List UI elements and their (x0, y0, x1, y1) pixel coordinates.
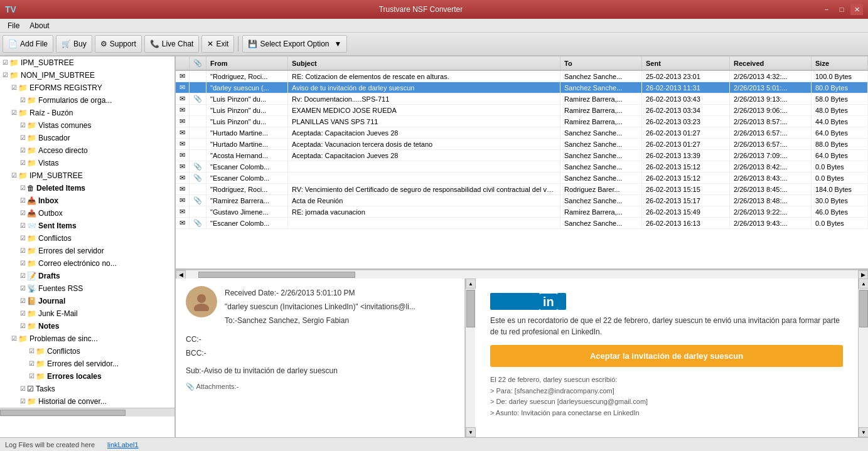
vscroll-right-down-btn[interactable]: ▼ (859, 427, 868, 437)
hscroll-thumb[interactable] (198, 272, 355, 278)
tree-item-non-ipm[interactable]: ☑📁NON_IPM_SUBTREE (0, 69, 174, 82)
col-header-from[interactable]: From (206, 56, 288, 70)
tree-checkbox-errores-servidor2[interactable]: ☑ (29, 358, 35, 369)
tree-item-correo-no[interactable]: ☑📁Correo electrónico no... (0, 257, 174, 270)
col-header-to[interactable]: To (560, 56, 642, 70)
email-row-10[interactable]: ✉"Rodriguez, Roci...RV: Vencimiento del … (176, 184, 868, 195)
tree-item-ipm-subtree[interactable]: ☑📁IPM_SUBTREE (0, 56, 174, 69)
tree-checkbox-ipm-subtree2[interactable]: ☑ (11, 170, 17, 181)
tree-checkbox-errores-locales[interactable]: ☑ (29, 371, 35, 382)
tree-checkbox-eforms[interactable]: ☑ (11, 82, 17, 93)
tree-item-outbox[interactable]: ☑📤Outbox (0, 207, 174, 220)
email-row-9[interactable]: ✉📎"Escaner Colomb...Sanchez Sanche...26-… (176, 172, 868, 184)
tree-item-fuentes-rss[interactable]: ☑📡Fuentes RSS (0, 282, 174, 295)
email-row-13[interactable]: ✉📎"Escaner Colomb...Sanchez Sanche...26-… (176, 218, 868, 229)
tree-item-acceso-directo[interactable]: ☑📁Acceso directo (0, 144, 174, 157)
folder-tree-panel[interactable]: ☑📁IPM_SUBTREE☑📁NON_IPM_SUBTREE☑📁EFORMS R… (0, 56, 176, 437)
tree-checkbox-tasks[interactable]: ☑ (20, 383, 26, 395)
email-row-3[interactable]: ✉"Luis Pinzon" du...EXAMEN MEDICO JOSE R… (176, 105, 868, 116)
email-list[interactable]: 📎 From Subject To Sent Received Size ✉"R… (176, 56, 868, 270)
tree-checkbox-historial[interactable]: ☑ (20, 396, 26, 407)
tree-item-conflictos2[interactable]: ☑📁Conflictos (0, 345, 174, 358)
tree-checkbox-journal[interactable]: ☑ (20, 295, 26, 307)
tree-checkbox-ipm-subtree[interactable]: ☑ (3, 57, 8, 68)
log-link[interactable]: linkLabel1 (107, 441, 139, 448)
select-export-button[interactable]: 💾 Select Export Option ▼ (242, 35, 347, 53)
tree-item-journal[interactable]: ☑📔Journal (0, 295, 174, 307)
email-row-5[interactable]: ✉"Hurtado Martine...Aceptada: Capacitaci… (176, 127, 868, 139)
tree-item-errores-servidor[interactable]: ☑📁Errores del servidor (0, 245, 174, 257)
email-row-1[interactable]: ✉"darley suescun (...Aviso de tu invitac… (176, 82, 868, 93)
tree-item-problemas-sinc[interactable]: ☑📁Problemas de sinc... (0, 332, 174, 345)
add-file-button[interactable]: 📄 Add File (3, 35, 53, 53)
vscroll-right-track[interactable] (859, 289, 868, 427)
email-row-8[interactable]: ✉📎"Escaner Colomb...Sanchez Sanche...26-… (176, 161, 868, 172)
tree-item-vistas[interactable]: ☑📁Vistas (0, 157, 174, 169)
hscroll-right-btn[interactable]: ▶ (858, 270, 868, 279)
tree-checkbox-sent-items[interactable]: ☑ (20, 220, 26, 231)
tree-checkbox-acceso-directo[interactable]: ☑ (20, 145, 26, 156)
hscroll-left-btn[interactable]: ◀ (176, 270, 186, 279)
tree-item-errores-locales[interactable]: ☑📁Errores locales (0, 370, 174, 383)
tree-item-sent-items[interactable]: ☑📨Sent Items (0, 220, 174, 232)
tree-checkbox-vistas[interactable]: ☑ (20, 157, 26, 169)
tree-checkbox-drafts[interactable]: ☑ (20, 270, 26, 282)
tree-checkbox-inbox[interactable]: ☑ (20, 195, 26, 206)
tree-checkbox-fuentes-rss[interactable]: ☑ (20, 283, 26, 294)
tree-item-formularios[interactable]: ☑📁Formularios de orga... (0, 94, 174, 107)
minimize-button[interactable]: − (820, 4, 833, 15)
tree-item-historial[interactable]: ☑📁Historial de conver... (0, 395, 174, 408)
tree-item-conflictos[interactable]: ☑📁Conflictos (0, 232, 174, 245)
email-preview-right[interactable]: Linkedin. Este es un recordatorio de que… (475, 279, 858, 437)
tree-item-errores-servidor2[interactable]: ☑📁Errores del servidor... (0, 358, 174, 370)
menu-file[interactable]: File (3, 20, 24, 31)
tree-item-ipm-subtree2[interactable]: ☑📁IPM_SUBTREE (0, 169, 174, 182)
vscroll-right-up-btn[interactable]: ▲ (859, 279, 868, 289)
tree-item-eforms[interactable]: ☑📁EFORMS REGISTRY (0, 82, 174, 94)
preview-left-vscroll[interactable]: ▲ ▼ (465, 279, 475, 437)
tree-checkbox-correo-no[interactable]: ☑ (20, 258, 26, 269)
tree-checkbox-conflictos[interactable]: ☑ (20, 233, 26, 244)
tree-checkbox-non-ipm[interactable]: ☑ (3, 70, 8, 81)
email-preview-left[interactable]: Received Date:- 2/26/2013 5:01:10 PM "da… (176, 279, 465, 437)
tree-checkbox-formularios[interactable]: ☑ (20, 95, 26, 106)
email-row-2[interactable]: ✉📎"Luis Pinzon" du...Rv: Documentacion..… (176, 93, 868, 105)
tree-item-tasks[interactable]: ☑☑Tasks (0, 383, 174, 395)
col-header-subject[interactable]: Subject (288, 56, 560, 70)
tree-checkbox-deleted-items[interactable]: ☑ (20, 183, 26, 194)
tree-checkbox-raiz[interactable]: ☑ (11, 107, 17, 119)
tree-item-raiz[interactable]: ☑📁Raíz - Buzón (0, 107, 174, 119)
email-row-7[interactable]: ✉"Acosta Hernand...Aceptada: Capacitacio… (176, 150, 868, 161)
tree-checkbox-vistas-comunes[interactable]: ☑ (20, 120, 26, 131)
buy-button[interactable]: 🛒 Buy (56, 35, 92, 53)
live-chat-button[interactable]: 📞 Live Chat (144, 35, 200, 53)
tree-item-buscador[interactable]: ☑📁Buscador (0, 132, 174, 144)
tree-item-junk-email[interactable]: ☑📁Junk E-Mail (0, 307, 174, 320)
tree-item-drafts[interactable]: ☑📝Drafts (0, 270, 174, 282)
vscroll-up-btn[interactable]: ▲ (466, 279, 476, 289)
linkedin-accept-button[interactable]: Aceptar la invitación de darley suescun (490, 345, 843, 367)
vscroll-down-btn[interactable]: ▼ (466, 427, 476, 437)
tree-checkbox-notes[interactable]: ☑ (20, 321, 26, 332)
col-header-flag[interactable] (176, 56, 190, 70)
vscroll-right-thumb[interactable] (859, 290, 868, 327)
tree-checkbox-conflictos2[interactable]: ☑ (29, 346, 35, 357)
tree-checkbox-buscador[interactable]: ☑ (20, 132, 26, 144)
col-header-sent[interactable]: Sent (642, 56, 730, 70)
close-button[interactable]: ✕ (850, 4, 863, 15)
email-row-0[interactable]: ✉"Rodriguez, Roci...RE: Cotizacion de el… (176, 70, 868, 82)
vscroll-track[interactable] (466, 289, 475, 427)
col-header-size[interactable]: Size (812, 56, 868, 70)
tree-checkbox-problemas-sinc[interactable]: ☑ (11, 333, 17, 344)
tree-checkbox-errores-servidor[interactable]: ☑ (20, 245, 26, 257)
maximize-button[interactable]: □ (835, 4, 848, 15)
email-row-11[interactable]: ✉📎"Ramirez Barrera...Acta de ReuniónSanc… (176, 195, 868, 206)
tree-hscroll[interactable] (0, 408, 174, 417)
menu-about[interactable]: About (24, 20, 54, 31)
tree-item-vistas-comunes[interactable]: ☑📁Vistas comunes (0, 119, 174, 132)
email-row-12[interactable]: ✉"Gustavo Jimene...RE: jornada vacunacio… (176, 206, 868, 218)
email-list-hscroll[interactable]: ◀ ▶ (176, 270, 868, 279)
support-button[interactable]: ⚙ Support (95, 35, 142, 53)
vscroll-thumb[interactable] (466, 290, 475, 327)
tree-item-inbox[interactable]: ☑📥Inbox (0, 194, 174, 207)
